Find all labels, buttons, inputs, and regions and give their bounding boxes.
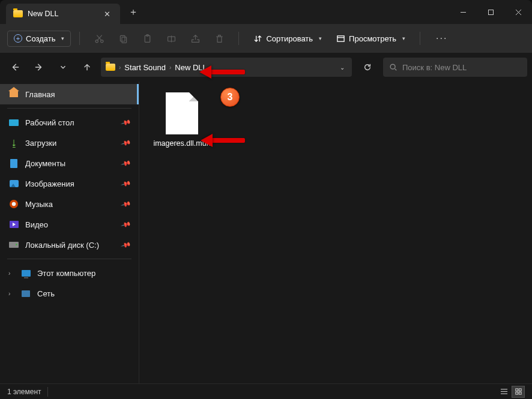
window-tab[interactable]: New DLL ✕ [6, 4, 120, 24]
svg-rect-21 [515, 389, 518, 391]
pin-icon: 📌 [121, 219, 132, 230]
separator [7, 108, 131, 109]
separator [7, 259, 131, 259]
sidebar-label: Музыка [25, 200, 53, 209]
pin-icon: 📌 [121, 158, 132, 169]
search-icon [389, 63, 397, 71]
view-label: Просмотреть [349, 34, 396, 43]
sidebar-documents[interactable]: Документы 📌 [0, 153, 139, 173]
refresh-button[interactable] [357, 57, 378, 77]
folder-icon [106, 64, 115, 71]
videos-icon [10, 221, 19, 228]
svg-line-17 [395, 69, 397, 71]
share-button[interactable] [184, 28, 206, 49]
search-placeholder: Поиск в: New DLL [402, 63, 467, 72]
tab-close-button[interactable]: ✕ [101, 8, 113, 20]
sidebar-this-pc[interactable]: › Этот компьютер [0, 263, 139, 283]
separator [79, 32, 80, 45]
chevron-down-icon: ▾ [402, 35, 405, 41]
sidebar-home[interactable]: Главная [0, 84, 139, 104]
view-button[interactable]: Просмотреть ▾ [330, 34, 411, 43]
chevron-down-icon: ▾ [319, 35, 322, 41]
recent-button[interactable] [53, 57, 73, 77]
delete-button[interactable] [208, 28, 230, 49]
network-icon [22, 290, 30, 297]
separator [238, 32, 239, 45]
sidebar-label: Локальный диск (C:) [25, 241, 99, 250]
sidebar-pictures[interactable]: Изображения 📌 [0, 173, 139, 194]
breadcrumb-separator: › [169, 64, 171, 71]
svg-rect-14 [337, 35, 344, 41]
desktop-icon [9, 119, 19, 126]
view-icon [336, 34, 345, 43]
sidebar-network[interactable]: › Сеть [0, 283, 139, 304]
body: Главная Рабочий стол 📌 ⭳ Загрузки 📌 Доку… [0, 82, 532, 383]
pin-icon: 📌 [121, 117, 132, 128]
create-label: Создать [26, 34, 55, 43]
view-mode-buttons [497, 386, 525, 398]
svg-rect-24 [519, 392, 521, 394]
sidebar-label: Загрузки [25, 139, 56, 148]
nav-row: › Start Sound › New DLL ⌄ Поиск в: New D… [0, 53, 532, 82]
address-dropdown[interactable]: ⌄ [337, 64, 347, 71]
explorer-window: New DLL ✕ ＋ + Создать ▾ Сортировать ▾ [0, 0, 532, 399]
sidebar-label: Сеть [37, 289, 55, 298]
breadcrumb-parent[interactable]: Start Sound [124, 63, 166, 72]
sidebar-music[interactable]: Музыка 📌 [0, 194, 139, 214]
back-button[interactable] [5, 57, 25, 77]
pin-icon: 📌 [121, 199, 132, 209]
titlebar: New DLL ✕ ＋ [0, 0, 532, 24]
breadcrumb-separator: › [119, 64, 121, 71]
plus-icon: + [14, 34, 22, 43]
status-count: 1 элемент [7, 388, 41, 396]
maximize-button[interactable] [477, 0, 504, 24]
separator [47, 387, 48, 397]
sidebar-label: Изображения [25, 179, 74, 188]
sidebar-label: Этот компьютер [37, 269, 95, 278]
svg-point-5 [101, 40, 103, 42]
svg-line-6 [97, 35, 102, 40]
svg-line-7 [97, 35, 101, 40]
sidebar-desktop[interactable]: Рабочий стол 📌 [0, 112, 139, 133]
paste-button[interactable] [136, 28, 158, 49]
details-view-button[interactable] [497, 386, 510, 398]
folder-icon [13, 10, 23, 17]
more-button[interactable]: ··· [429, 33, 455, 44]
copy-button[interactable] [112, 28, 134, 49]
status-bar: 1 элемент [0, 383, 532, 399]
cut-button[interactable] [88, 28, 110, 49]
svg-rect-1 [488, 10, 493, 14]
create-button[interactable]: + Создать ▾ [7, 31, 71, 47]
icons-view-button[interactable] [512, 386, 525, 398]
chevron-down-icon: ▾ [61, 35, 64, 41]
svg-rect-9 [122, 37, 127, 42]
up-button[interactable] [77, 57, 97, 77]
file-icon [166, 92, 198, 134]
sort-button[interactable]: Сортировать ▾ [247, 34, 328, 43]
new-tab-button[interactable]: ＋ [120, 6, 147, 19]
pictures-icon [10, 180, 19, 187]
close-button[interactable] [504, 0, 532, 24]
sidebar-label: Рабочий стол [25, 118, 74, 127]
sort-icon [253, 34, 262, 43]
minimize-button[interactable] [449, 0, 477, 24]
forward-button[interactable] [29, 57, 49, 77]
tab-title: New DLL [28, 10, 97, 18]
drive-icon [9, 242, 19, 248]
sidebar-label: Главная [25, 90, 55, 99]
search-box[interactable]: Поиск в: New DLL [383, 58, 527, 77]
annotation-badge: 3 [220, 88, 240, 107]
toolbar: + Создать ▾ Сортировать ▾ Просмотреть ▾ … [0, 24, 532, 53]
pc-icon [22, 270, 31, 277]
separator [420, 32, 420, 45]
documents-icon [10, 159, 17, 168]
sidebar: Главная Рабочий стол 📌 ⭳ Загрузки 📌 Доку… [0, 82, 139, 383]
svg-point-4 [95, 40, 98, 42]
rename-button[interactable] [160, 28, 182, 49]
file-pane[interactable]: imageres.dll.mun 3 [139, 82, 532, 383]
svg-rect-22 [519, 389, 521, 391]
sidebar-videos[interactable]: Видео 📌 [0, 214, 139, 235]
sidebar-downloads[interactable]: ⭳ Загрузки 📌 [0, 133, 139, 153]
pin-icon: 📌 [121, 239, 132, 250]
sidebar-drive-c[interactable]: Локальный диск (C:) 📌 [0, 235, 139, 255]
